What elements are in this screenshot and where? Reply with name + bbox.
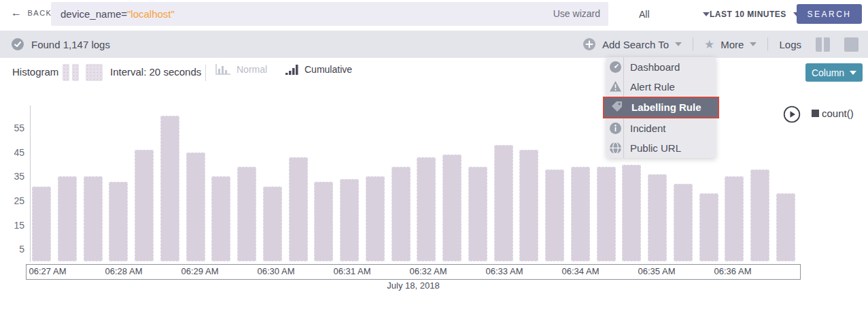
more-label: More bbox=[721, 39, 744, 50]
histogram-bar[interactable] bbox=[340, 179, 359, 261]
histogram-bar[interactable] bbox=[494, 145, 513, 261]
y-axis-tick: 45 bbox=[0, 147, 24, 158]
histogram-bar[interactable] bbox=[366, 176, 385, 261]
menu-item-label: Dashboard bbox=[630, 61, 680, 73]
histogram-bar[interactable] bbox=[160, 116, 179, 261]
histogram-bar[interactable] bbox=[32, 186, 51, 261]
menu-item-public-url[interactable]: Public URL bbox=[606, 138, 716, 158]
histogram-bar[interactable] bbox=[135, 150, 154, 261]
split-view-icon[interactable] bbox=[72, 64, 79, 81]
back-button[interactable]: ← BACK bbox=[11, 7, 52, 18]
logs-label: Logs bbox=[779, 39, 801, 50]
histogram-bar[interactable] bbox=[58, 176, 77, 261]
menu-item-label: Labelling Rule bbox=[631, 101, 701, 113]
full-view-icon[interactable] bbox=[86, 64, 103, 81]
y-axis-line bbox=[30, 105, 31, 262]
menu-item-label: Alert Rule bbox=[630, 81, 675, 93]
split-view-icon[interactable] bbox=[816, 37, 830, 52]
histogram-bar[interactable] bbox=[237, 167, 256, 261]
x-axis-label: 06:29 AM bbox=[181, 266, 219, 276]
divider bbox=[693, 37, 693, 51]
histogram-bar[interactable] bbox=[442, 154, 462, 261]
x-axis-label: 06:33 AM bbox=[486, 266, 523, 276]
gauge-icon bbox=[609, 61, 622, 74]
normal-mode-label: Normal bbox=[237, 64, 267, 75]
histogram-bar[interactable] bbox=[289, 157, 308, 261]
histogram-bar[interactable] bbox=[263, 186, 282, 261]
play-circle-icon bbox=[783, 105, 801, 123]
chevron-down-icon bbox=[750, 42, 757, 46]
time-range-value: LAST 10 MINUTES bbox=[710, 10, 786, 19]
x-axis-label: 06:34 AM bbox=[562, 266, 600, 276]
histogram-bar[interactable] bbox=[84, 176, 103, 261]
histogram-bar[interactable] bbox=[314, 182, 333, 261]
histogram-bar[interactable] bbox=[545, 169, 564, 261]
column-dropdown-button[interactable]: Column bbox=[805, 63, 863, 82]
y-axis-tick: 15 bbox=[0, 220, 24, 231]
add-search-to-dropdown[interactable]: Add Search To bbox=[583, 37, 682, 51]
cumulative-chart-icon bbox=[285, 63, 299, 76]
histogram-bar[interactable] bbox=[674, 184, 693, 261]
normal-mode-button[interactable]: Normal bbox=[215, 63, 267, 76]
menu-item-dashboard[interactable]: Dashboard bbox=[606, 57, 716, 77]
logs-view-group: Logs bbox=[779, 37, 868, 52]
histogram-bar[interactable] bbox=[392, 167, 411, 261]
use-wizard-link[interactable]: Use wizard bbox=[553, 8, 600, 19]
query-prefix: device_name= bbox=[60, 8, 127, 20]
histogram-bar[interactable] bbox=[622, 165, 641, 261]
top-bar: ← BACK device_name= "localhost" Use wiza… bbox=[0, 0, 868, 29]
x-axis-label: 06:32 AM bbox=[410, 266, 447, 276]
x-axis-label: 06:35 AM bbox=[638, 266, 676, 276]
x-axis-label: 06:28 AM bbox=[105, 266, 143, 276]
time-range-dropdown[interactable]: LAST 10 MINUTES bbox=[710, 0, 800, 29]
play-button[interactable] bbox=[783, 105, 801, 126]
histogram-bar[interactable] bbox=[211, 176, 230, 261]
results-bar: Found 1,147 logs Add Search To ★ More Lo… bbox=[0, 31, 868, 58]
histogram-bar[interactable] bbox=[648, 174, 667, 261]
check-circle-icon bbox=[11, 37, 24, 51]
chevron-down-icon bbox=[703, 12, 710, 16]
histogram-bar[interactable] bbox=[186, 152, 205, 261]
full-view-icon[interactable] bbox=[844, 37, 858, 52]
histogram-bar[interactable] bbox=[468, 167, 487, 261]
split-view-icon[interactable] bbox=[63, 64, 69, 81]
found-logs-status: Found 1,147 logs bbox=[11, 31, 110, 58]
x-axis-label: 06:27 AM bbox=[29, 266, 67, 276]
histogram-bar[interactable] bbox=[597, 167, 616, 261]
tag-icon bbox=[610, 101, 623, 114]
cumulative-mode-button[interactable]: Cumulative bbox=[285, 63, 352, 76]
menu-item-alert-rule[interactable]: Alert Rule bbox=[606, 77, 716, 97]
y-axis-tick: 55 bbox=[0, 123, 24, 133]
menu-item-label: Public URL bbox=[630, 142, 681, 154]
menu-item-labelling-rule[interactable]: Labelling Rule bbox=[603, 97, 719, 119]
query-value: "localhost" bbox=[127, 8, 175, 20]
menu-item-incident[interactable]: Incident bbox=[606, 118, 716, 138]
more-dropdown[interactable]: ★ More bbox=[704, 39, 757, 50]
histogram-bar[interactable] bbox=[417, 157, 436, 261]
x-axis-label: 06:30 AM bbox=[258, 266, 295, 276]
log-search-page: ← BACK device_name= "localhost" Use wiza… bbox=[0, 0, 868, 309]
histogram-bar[interactable] bbox=[776, 193, 795, 261]
histogram-bar[interactable] bbox=[109, 182, 128, 261]
histogram-bar[interactable] bbox=[519, 150, 538, 261]
histogram-bar[interactable] bbox=[571, 167, 590, 261]
y-axis-tick: 35 bbox=[0, 171, 24, 182]
histogram-bar[interactable] bbox=[699, 193, 718, 261]
y-axis-tick: 25 bbox=[0, 195, 24, 206]
search-button[interactable]: SEARCH bbox=[797, 4, 862, 24]
search-input[interactable]: device_name= "localhost" Use wizard bbox=[51, 2, 608, 26]
warning-icon bbox=[609, 80, 622, 93]
back-arrow-icon: ← bbox=[11, 7, 23, 18]
x-axis-label: 06:36 AM bbox=[714, 266, 752, 276]
histogram-title: Histogram bbox=[12, 66, 58, 78]
scope-dropdown[interactable]: All bbox=[639, 0, 710, 29]
histogram-bar[interactable] bbox=[750, 169, 769, 261]
divider bbox=[767, 37, 768, 51]
plus-circle-icon bbox=[583, 37, 596, 51]
chart-date-label: July 18, 2018 bbox=[26, 280, 801, 291]
histogram-bar[interactable] bbox=[725, 176, 744, 261]
scope-dropdown-value: All bbox=[639, 9, 650, 20]
legend-swatch bbox=[812, 110, 819, 117]
interval-label: Interval: 20 seconds bbox=[110, 66, 201, 78]
star-icon: ★ bbox=[704, 39, 714, 50]
